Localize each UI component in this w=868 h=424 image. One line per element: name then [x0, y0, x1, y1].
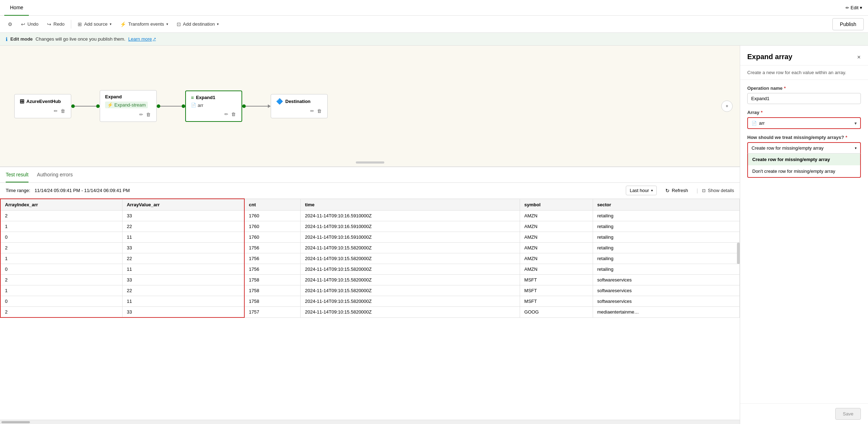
add-destination-icon: ⊡: [177, 21, 181, 27]
table-cell: retailing: [593, 211, 739, 221]
table-cell: 11: [122, 232, 244, 243]
missing-array-group: How should we treat missing/empty arrays…: [747, 135, 861, 178]
table-cell: AMZN: [520, 232, 593, 243]
add-source-button[interactable]: ⊞ Add source ▾: [74, 19, 115, 29]
table-cell: 22: [122, 221, 244, 232]
show-details-button[interactable]: ⊡ Show details: [702, 188, 734, 193]
table-row: 01117582024-11-14T09:10:15.5820000ZMSFTs…: [0, 296, 740, 307]
time-selector[interactable]: Last hour ▾: [626, 186, 657, 195]
table-cell: 1758: [244, 296, 301, 307]
edit-expand-btn[interactable]: ✏: [139, 111, 144, 118]
table-cell: mediaentertainme…: [593, 307, 739, 318]
delete-azure-btn[interactable]: 🗑: [60, 108, 66, 114]
right-panel-description: Create a new row for each value within a…: [740, 66, 868, 80]
table-cell: retailing: [593, 243, 739, 253]
close-panel-button[interactable]: ✕: [857, 53, 861, 61]
azure-event-hub-node[interactable]: ⊞ AzureEventHub ✏ 🗑: [14, 94, 71, 118]
table-cell: 0: [0, 264, 122, 275]
table-cell: AMZN: [520, 253, 593, 264]
tab-home[interactable]: Home: [4, 0, 29, 16]
table-cell: 0: [0, 296, 122, 307]
table-cell: AMZN: [520, 211, 593, 221]
vertical-scroll-thumb: [737, 243, 740, 264]
transform-chevron: ▾: [166, 22, 168, 26]
edit-button[interactable]: ✏ Edit ▾: [846, 5, 862, 10]
undo-button[interactable]: ↩ Undo: [17, 19, 42, 29]
destination-node[interactable]: 🔷 Destination ✏ 🗑: [271, 94, 328, 118]
table-row: 23317562024-11-14T09:10:15.5820000ZAMZNr…: [0, 243, 740, 253]
learn-more-link[interactable]: Learn more ↗: [128, 36, 156, 42]
add-source-icon: ⊞: [78, 21, 82, 27]
h-scroll-thumb: [1, 421, 30, 423]
required-marker: *: [784, 86, 786, 91]
horizontal-scrollbar[interactable]: [0, 420, 740, 424]
edit-mode-label: Edit mode: [10, 36, 33, 42]
table-cell: 22: [122, 253, 244, 264]
publish-button[interactable]: Publish: [832, 18, 864, 30]
add-destination-chevron: ▾: [217, 22, 219, 26]
data-table-wrapper: ArrayIndex_arr ArrayValue_arr cnt time s…: [0, 198, 740, 420]
azure-event-hub-icon: ⊞: [20, 98, 24, 105]
azure-event-hub-title: ⊞ AzureEventHub: [20, 98, 66, 105]
toolbar: ⚙ ↩ Undo ↪ Redo ⊞ Add source ▾ ⚡ Transfo…: [0, 16, 868, 33]
array-label: Array *: [747, 110, 861, 115]
expand-node[interactable]: Expand ⚡ Expand-stream ✏ 🗑: [100, 90, 157, 122]
delete-expand1-btn[interactable]: 🗑: [230, 111, 237, 118]
transform-events-button[interactable]: ⚡ Transform events ▾: [116, 19, 172, 29]
col-header-cnt: cnt: [244, 199, 301, 211]
details-icon: ⊡: [702, 188, 706, 193]
dropdown-option-create[interactable]: Create row for missing/empty array: [748, 154, 860, 165]
tabs-row: Test result Authoring errors: [0, 167, 740, 183]
table-row: 23317572024-11-14T09:10:15.5820000ZGOOGm…: [0, 307, 740, 318]
table-cell: 11: [122, 264, 244, 275]
table-cell: 1: [0, 285, 122, 296]
save-button[interactable]: Save: [835, 408, 861, 420]
expand-stream-badge: ⚡ Expand-stream: [105, 102, 148, 108]
expand1-node[interactable]: ≡ Expand1 📄 arr ✏ 🗑: [185, 91, 242, 122]
delete-expand-btn[interactable]: 🗑: [145, 111, 151, 118]
right-panel-body: Operation name * Array * 📄 arr ▾: [740, 80, 868, 403]
table-row: 01117562024-11-14T09:10:15.5820000ZAMZNr…: [0, 264, 740, 275]
time-range-label: Time range:: [6, 188, 30, 193]
delete-destination-btn[interactable]: 🗑: [316, 108, 322, 114]
table-cell: 2: [0, 307, 122, 318]
tab-authoring-errors[interactable]: Authoring errors: [37, 167, 73, 182]
table-cell: 33: [122, 211, 244, 221]
edit-expand1-btn[interactable]: ✏: [224, 111, 229, 118]
settings-button[interactable]: ⚙: [4, 19, 16, 29]
table-cell: 1760: [244, 232, 301, 243]
operation-name-input[interactable]: [747, 93, 861, 104]
table-cell: 1758: [244, 285, 301, 296]
missing-array-select[interactable]: Create row for missing/empty array ▾: [748, 143, 860, 153]
refresh-button[interactable]: ↻ Refresh: [661, 186, 692, 195]
destination-icon: 🔷: [276, 98, 283, 105]
canvas-scroll-thumb: [356, 161, 384, 164]
table-cell: 1: [0, 221, 122, 232]
table-cell: 11: [122, 296, 244, 307]
external-link-icon: ↗: [153, 37, 156, 41]
table-cell: 1760: [244, 211, 301, 221]
col-header-ArrayValue_arr: ArrayValue_arr: [122, 199, 244, 211]
dropdown-option-dont-create[interactable]: Don't create row for missing/empty array: [748, 165, 860, 177]
array-select[interactable]: 📄 arr ▾: [747, 117, 861, 129]
expand1-title: ≡ Expand1: [191, 95, 237, 100]
transform-icon: ⚡: [120, 21, 126, 27]
add-node-button[interactable]: +: [721, 100, 733, 112]
table-cell: softwareservices: [593, 296, 739, 307]
close-icon: ✕: [857, 55, 861, 60]
add-destination-button[interactable]: ⊡ Add destination ▾: [173, 19, 223, 29]
table-cell: 2024-11-14T09:10:16.5910000Z: [301, 221, 520, 232]
edit-azure-btn[interactable]: ✏: [53, 108, 58, 114]
table-cell: 2024-11-14T09:10:15.5820000Z: [301, 264, 520, 275]
col-header-ArrayIndex_arr: ArrayIndex_arr: [0, 199, 122, 211]
table-row: 12217582024-11-14T09:10:15.5820000ZMSFTs…: [0, 285, 740, 296]
edit-destination-btn[interactable]: ✏: [310, 108, 315, 114]
array-group: Array * 📄 arr ▾: [747, 110, 861, 129]
settings-icon: ⚙: [8, 21, 12, 27]
data-table: ArrayIndex_arr ArrayValue_arr cnt time s…: [0, 198, 740, 318]
missing-array-dropdown: Create row for missing/empty array Don't…: [747, 153, 861, 178]
table-cell: 1756: [244, 243, 301, 253]
redo-button[interactable]: ↪ Redo: [43, 19, 68, 29]
tab-test-result[interactable]: Test result: [6, 167, 28, 182]
time-selector-value: Last hour: [630, 188, 649, 193]
